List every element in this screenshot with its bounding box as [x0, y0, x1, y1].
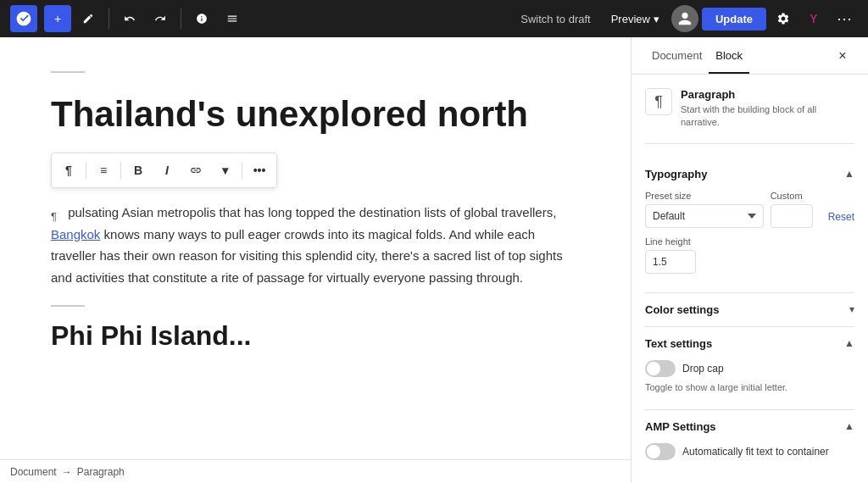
yoast-button[interactable]: Y	[800, 5, 827, 32]
paragraph-icon-btn[interactable]: ¶	[55, 157, 82, 184]
section-text-settings: Text settings ▲ Drop cap Toggle to show …	[645, 327, 854, 410]
avatar-button[interactable]	[671, 5, 698, 32]
paragraph-text-2: knows many ways to pull eager crowds int…	[51, 227, 563, 285]
wp-logo[interactable]	[10, 5, 37, 32]
block-divider-2	[120, 162, 121, 179]
more-options-block-btn[interactable]: •••	[246, 157, 273, 184]
tab-document[interactable]: Document	[645, 39, 709, 74]
section-text-settings-title: Text settings	[645, 337, 712, 350]
toolbar-divider-1	[108, 8, 109, 29]
top-toolbar: + Switch to draft Preview ▾ Update Y ⋯	[0, 0, 868, 37]
block-info: ¶ Paragraph Start with the building bloc…	[645, 88, 854, 144]
italic-btn[interactable]: I	[153, 157, 181, 184]
auto-fit-label: Automatically fit text to container	[682, 446, 829, 458]
section-typography-header[interactable]: Typography ▲	[645, 158, 854, 191]
bangkok-link[interactable]: Bangkok	[51, 227, 100, 242]
block-divider-3	[242, 162, 242, 179]
more-options-button[interactable]: ⋯	[831, 5, 858, 32]
breadcrumb-arrow: →	[62, 466, 72, 478]
undo-button[interactable]	[116, 5, 143, 32]
panel-content: ¶ Paragraph Start with the building bloc…	[632, 75, 868, 483]
drop-cap-label: Drop cap	[682, 363, 724, 375]
breadcrumb-bar: Document → Paragraph	[0, 459, 631, 483]
drop-cap-toggle[interactable]	[645, 360, 676, 377]
section-amp-settings-chevron: ▲	[844, 420, 854, 432]
preset-size-row: Preset size Default Small Normal Medium …	[645, 191, 854, 228]
align-btn[interactable]: ≡	[90, 157, 117, 184]
cursor-marker: ¶	[51, 208, 63, 219]
section-amp-settings-body: Automatically fit text to container	[645, 443, 854, 475]
paragraph-text-1: pulsating Asian metropolis that has long…	[64, 205, 556, 219]
switch-draft-button[interactable]: Switch to draft	[512, 8, 598, 31]
block-info-description: Start with the building block of all nar…	[681, 103, 854, 130]
section-text-settings-chevron: ▲	[844, 337, 854, 349]
line-height-input[interactable]	[645, 250, 696, 274]
preset-size-label: Preset size	[645, 191, 764, 201]
dropdown-btn[interactable]: ▾	[211, 157, 238, 184]
custom-size-input[interactable]	[771, 204, 813, 228]
line-height-row: Line height	[645, 236, 854, 274]
section-amp-settings-title: AMP Settings	[645, 420, 716, 433]
section-typography-title: Typography	[645, 168, 707, 180]
block-info-title: Paragraph	[681, 88, 854, 101]
block-toolbar: ¶ ≡ B I ▾ •••	[51, 153, 277, 188]
editor-area: Thailand's unexplored north ¶ ≡ B I ▾ ••…	[0, 37, 631, 483]
section-color-settings: Color settings ▾	[645, 293, 854, 327]
drop-cap-hint: Toggle to show a large initial letter.	[645, 382, 854, 392]
custom-size-group: Custom	[771, 191, 821, 228]
tab-block[interactable]: Block	[709, 39, 749, 74]
breadcrumb-paragraph[interactable]: Paragraph	[77, 466, 125, 478]
section-color-settings-header[interactable]: Color settings ▾	[645, 293, 854, 326]
section-color-settings-chevron: ▾	[849, 303, 854, 315]
auto-fit-toggle[interactable]	[645, 443, 676, 460]
editor-hr-top	[51, 71, 85, 73]
edit-button[interactable]	[75, 5, 102, 32]
update-button[interactable]: Update	[702, 8, 766, 31]
editor-title[interactable]: Thailand's unexplored north	[51, 93, 580, 136]
right-panel: Document Block × ¶ Paragraph Start with …	[631, 37, 868, 483]
next-heading[interactable]: Phi Phi Island...	[51, 320, 580, 352]
block-icon: ¶	[645, 88, 672, 115]
add-block-button[interactable]: +	[44, 5, 71, 32]
panel-close-button[interactable]: ×	[831, 44, 854, 68]
panel-header: Document Block ×	[632, 37, 868, 75]
bold-btn[interactable]: B	[125, 157, 152, 184]
preset-size-select[interactable]: Default Small Normal Medium Large Extra …	[645, 204, 764, 228]
section-text-settings-header[interactable]: Text settings ▲	[645, 327, 854, 360]
custom-size-label: Custom	[771, 191, 821, 201]
section-typography-chevron: ▲	[844, 168, 854, 180]
section-color-settings-title: Color settings	[645, 303, 719, 316]
section-amp-settings-header[interactable]: AMP Settings ▲	[645, 410, 854, 443]
toolbar-divider-2	[181, 8, 181, 29]
main-container: Thailand's unexplored north ¶ ≡ B I ▾ ••…	[0, 37, 868, 483]
gear-button[interactable]	[770, 5, 797, 32]
block-info-text: Paragraph Start with the building block …	[681, 88, 854, 130]
preset-size-group: Preset size Default Small Normal Medium …	[645, 191, 764, 228]
block-divider-1	[86, 162, 86, 179]
editor-paragraph[interactable]: ¶ pulsating Asian metropolis that has lo…	[51, 202, 580, 288]
info-button[interactable]	[188, 5, 215, 32]
section-typography-body: Preset size Default Small Normal Medium …	[645, 191, 854, 292]
line-height-label: Line height	[645, 236, 854, 247]
editor-hr-bottom	[51, 305, 85, 307]
section-typography: Typography ▲ Preset size Default Small N…	[645, 158, 854, 293]
preview-button[interactable]: Preview ▾	[603, 8, 668, 31]
link-btn[interactable]	[182, 157, 209, 184]
drop-cap-row: Drop cap	[645, 360, 854, 377]
breadcrumb-document[interactable]: Document	[10, 466, 57, 478]
auto-fit-row: Automatically fit text to container	[645, 443, 854, 460]
list-view-button[interactable]	[219, 5, 246, 32]
section-text-settings-body: Drop cap Toggle to show a large initial …	[645, 360, 854, 409]
reset-button[interactable]: Reset	[828, 206, 854, 228]
section-amp-settings: AMP Settings ▲ Automatically fit text to…	[645, 410, 854, 475]
redo-button[interactable]	[147, 5, 174, 32]
line-height-group: Line height	[645, 236, 854, 274]
